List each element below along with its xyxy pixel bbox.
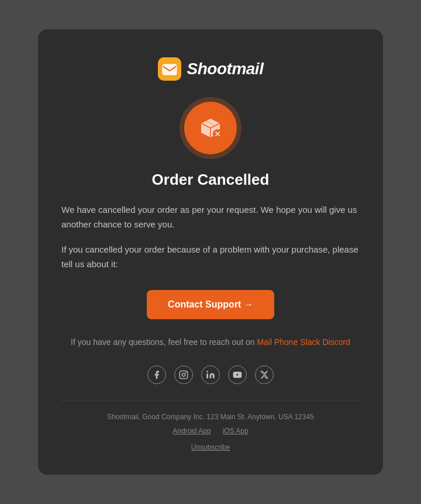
footer-address: Shootmail, Good Company Inc. 123 Main St…	[61, 413, 360, 421]
android-app-link[interactable]: Android App	[172, 427, 210, 435]
svg-point-5	[185, 372, 187, 373]
mail-link[interactable]: Mail	[257, 337, 272, 347]
svg-rect-3	[180, 371, 187, 378]
youtube-icon[interactable]	[228, 365, 247, 384]
slack-link[interactable]: Slack	[300, 337, 320, 347]
svg-point-2	[213, 129, 222, 139]
footer-app-links: Android App iOS App	[61, 427, 360, 435]
ios-app-link[interactable]: iOS App	[223, 427, 249, 435]
phone-link[interactable]: Phone	[274, 337, 298, 347]
page-title: Order Cancelled	[61, 171, 360, 189]
package-cancel-icon	[196, 114, 225, 142]
social-icons-row	[61, 365, 360, 384]
svg-point-4	[182, 373, 185, 376]
linkedin-icon[interactable]	[201, 365, 220, 384]
message-paragraph-1: We have cancelled your order as per your…	[61, 203, 360, 232]
cancel-icon-circle	[184, 102, 237, 154]
logo-icon	[158, 57, 181, 81]
svg-point-6	[206, 371, 208, 372]
discord-link[interactable]: Discord	[322, 337, 350, 347]
email-card: Shootmail Order Cancelled We have cancel…	[38, 29, 383, 474]
brand-name: Shootmail	[187, 60, 264, 78]
message-paragraph-2: If you cancelled your order because of a…	[61, 243, 360, 272]
contact-links-line: If you have any questions, feel free to …	[61, 336, 360, 348]
header: Shootmail	[61, 57, 360, 81]
divider	[61, 401, 360, 401]
contact-prefix: If you have any questions, feel free to …	[71, 337, 254, 347]
x-twitter-icon[interactable]	[255, 365, 274, 384]
cta-section: Contact Support →	[61, 290, 360, 319]
unsubscribe-link[interactable]: Unsubscribe	[61, 443, 360, 451]
svg-rect-0	[163, 64, 177, 75]
facebook-icon[interactable]	[147, 365, 166, 384]
instagram-icon[interactable]	[174, 365, 193, 384]
contact-support-button[interactable]: Contact Support →	[147, 290, 274, 319]
